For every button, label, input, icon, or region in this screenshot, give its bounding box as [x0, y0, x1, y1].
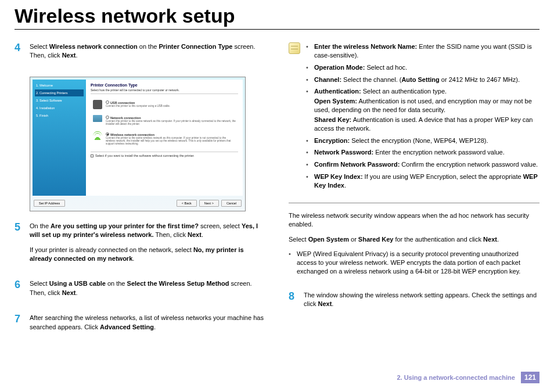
install-without-printer-row: Select if you want to install the softwa…: [91, 152, 238, 157]
installer-sidebar: 1. Welcome 2. Connecting Printers 3. Sel…: [33, 80, 86, 196]
page-footer: 2. Using a network-connected machine 121: [397, 372, 539, 383]
bullet-channel: •Channel: Select the channel. (Auto Sett…: [306, 75, 539, 84]
installer-footer: Set IP Address < Back Next > Cancel: [30, 196, 245, 211]
step-number: 7: [15, 314, 23, 337]
post-note-p1: The wireless network security window app…: [289, 211, 539, 229]
pane-title: Printer Connection Type: [91, 83, 238, 87]
side-select-sw: 3. Select Software: [35, 97, 84, 104]
page-number-badge: 121: [521, 372, 539, 383]
side-installation: 4. Installation: [35, 105, 84, 112]
bullet-wep-info: •WEP (Wired Equivalent Privacy) is a sec…: [289, 250, 539, 276]
post-note-p2: Select Open System or Shared Key for the…: [289, 235, 539, 244]
step-6-text: Select Using a USB cable on the Select t…: [30, 279, 265, 297]
bullet-confirm-password: •Confirm Network Password: Confirm the e…: [306, 160, 539, 169]
pane-subtitle: Select how the printer will be connected…: [91, 88, 238, 94]
right-column: •Enter the wireless Network Name: Enter …: [289, 42, 539, 348]
back-button: < Back: [177, 200, 197, 207]
bullet-wep-key-index: •WEP Key Index: If you are using WEP Enc…: [306, 172, 539, 190]
note-box: •Enter the wireless Network Name: Enter …: [289, 42, 539, 203]
title-underline: [15, 29, 539, 30]
page-title: Wireless network setup: [15, 5, 539, 27]
option-usb: USB connection Connect the printer to th…: [91, 99, 238, 110]
bullet-authentication: •Authentication: Select an authenticatio…: [306, 87, 539, 132]
bullet-network-name: •Enter the wireless Network Name: Enter …: [306, 42, 539, 60]
step-5: 5 On the Are you setting up your printer…: [15, 222, 265, 269]
wifi-icon: [93, 132, 102, 140]
installer-main-pane: Printer Connection Type Select how the p…: [86, 80, 243, 196]
usb-icon: [93, 100, 102, 109]
step-number: 4: [15, 42, 23, 66]
step-number: 5: [15, 222, 23, 269]
bullet-operation-mode: •Operation Mode: Select ad hoc.: [306, 63, 539, 72]
step-number: 8: [289, 291, 297, 315]
option-network: Network connection Connect the printer t…: [91, 114, 238, 127]
next-button: Next >: [199, 200, 219, 207]
network-icon: [93, 115, 102, 122]
checkbox-icon: [91, 154, 93, 157]
step-8-text: The window showing the wireless network …: [304, 291, 539, 309]
step-4-text: Select Wireless network connection on th…: [30, 42, 265, 60]
step-5-p2: If your printer is already connected on …: [30, 246, 265, 264]
step-8: 8 The window showing the wireless networ…: [289, 291, 539, 315]
set-ip-button: Set IP Address: [34, 200, 65, 207]
bullet-network-password: •Network Password: Enter the encryption …: [306, 148, 539, 157]
step-7-text: After searching the wireless networks, a…: [30, 314, 265, 332]
note-icon: [289, 42, 300, 54]
bullet-encryption: •Encryption: Select the encryption (None…: [306, 136, 539, 145]
step-5-p1: On the Are you setting up your printer f…: [30, 222, 265, 240]
side-finish: 5. Finish: [35, 112, 84, 119]
step-4: 4 Select Wireless network connection on …: [15, 42, 265, 66]
side-welcome: 1. Welcome: [35, 82, 84, 89]
radio-network: [106, 116, 109, 119]
cancel-button: Cancel: [221, 200, 242, 207]
step-number: 6: [15, 279, 23, 303]
side-connecting: 2. Connecting Printers: [35, 89, 84, 96]
chapter-label: 2. Using a network-connected machine: [397, 374, 515, 381]
installer-screenshot: 1. Welcome 2. Connecting Printers 3. Sel…: [30, 77, 246, 211]
radio-usb: [106, 100, 109, 104]
option-wireless: Wireless network connection Connect the …: [91, 131, 238, 147]
left-column: 4 Select Wireless network connection on …: [15, 42, 265, 348]
step-6: 6 Select Using a USB cable on the Select…: [15, 279, 265, 303]
step-7: 7 After searching the wireless networks,…: [15, 314, 265, 337]
radio-wireless: [106, 132, 109, 136]
